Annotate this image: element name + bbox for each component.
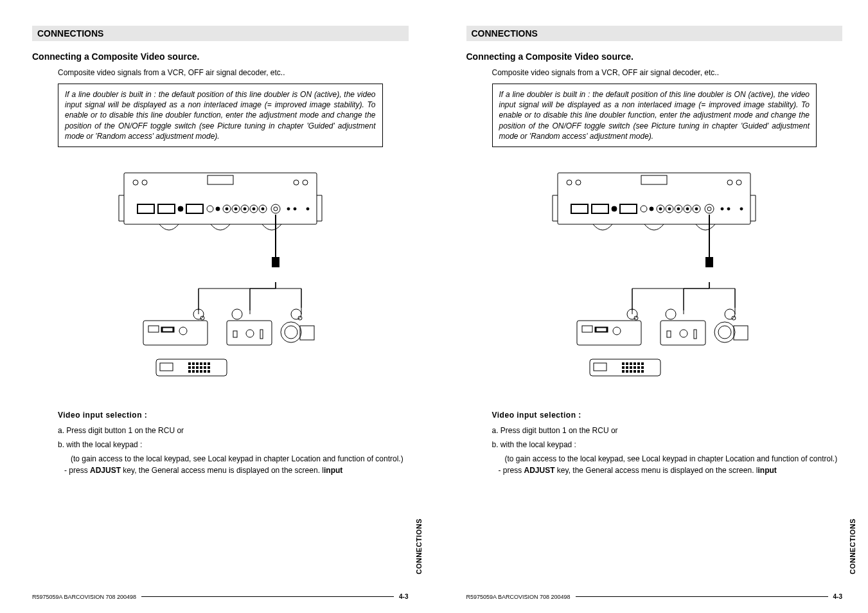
step-sub2-pre: - press [499,466,524,475]
input-bold: input [324,466,342,475]
subheading: Connecting a Composite Video source. [466,51,843,62]
step-b: b. with the local keypad : [492,440,843,449]
svg-point-4 [303,180,308,185]
svg-rect-133 [633,370,636,373]
svg-rect-12 [187,205,202,213]
step-a: a. Press digit button 1 on the RCU or [492,426,843,435]
svg-rect-47 [300,326,314,340]
svg-rect-100 [582,326,592,332]
svg-point-109 [680,330,687,337]
vertical-section-label: CONNECTIONS [415,519,423,574]
step-sub-adjust: - press ADJUST key, the General access m… [64,466,409,475]
svg-rect-9 [159,205,174,213]
step-sub2-mid: key, the General access menu is displaye… [555,466,758,475]
svg-rect-60 [204,366,206,369]
note-box: If a line doubler is built in : the defa… [492,84,817,147]
svg-rect-0 [124,173,317,224]
page-right: CONNECTIONS Connecting a Composite Video… [434,0,869,613]
svg-rect-99 [577,321,641,345]
svg-point-107 [666,309,676,319]
svg-point-46 [285,326,297,339]
subheading: Connecting a Composite Video source. [32,51,409,62]
svg-point-82 [650,207,653,211]
footer-page-number: 4-3 [833,593,842,600]
svg-rect-30 [272,258,279,267]
svg-point-13 [207,206,213,212]
svg-rect-54 [204,362,206,365]
svg-rect-73 [641,175,667,184]
svg-point-91 [686,208,689,210]
header-bar: CONNECTIONS [32,26,409,41]
svg-rect-115 [734,326,748,340]
svg-rect-127 [633,366,636,369]
footer-rule [141,596,394,597]
svg-rect-67 [208,370,210,373]
step-sub-note: (to gain access to the local keypad, see… [505,454,843,463]
svg-point-1 [133,180,138,185]
step-b: b. with the local keypad : [58,440,409,449]
svg-rect-56 [188,366,191,369]
svg-rect-62 [188,370,191,373]
svg-point-10 [178,206,183,211]
svg-point-81 [641,206,647,212]
svg-point-78 [612,206,617,211]
svg-rect-80 [621,205,636,213]
note-box: If a line doubler is built in : the defa… [58,84,383,147]
footer-rule [576,596,828,597]
figure-wrap [32,166,409,398]
svg-rect-126 [630,366,632,369]
svg-point-2 [142,180,147,185]
svg-rect-130 [622,370,624,373]
svg-point-21 [235,208,237,210]
svg-rect-98 [706,258,713,267]
footer: R5975059A BARCOVISION 708 200498 4-3 [466,593,843,600]
svg-rect-134 [637,370,640,373]
svg-point-88 [659,208,662,210]
header-bar: CONNECTIONS [466,26,843,41]
svg-rect-31 [143,321,208,345]
svg-point-114 [718,326,731,339]
svg-point-103 [613,327,621,335]
footer-page-number: 4-3 [399,593,408,600]
svg-point-29 [306,208,309,210]
video-input-selection-label: Video input selection : [492,411,843,420]
svg-rect-5 [208,175,233,184]
footer-doc-id: R5975059A BARCOVISION 708 200498 [32,594,136,600]
svg-rect-58 [196,366,199,369]
svg-point-43 [291,309,301,319]
svg-point-45 [281,322,301,342]
svg-point-20 [226,208,228,210]
footer-doc-id: R5975059A BARCOVISION 708 200498 [466,594,571,600]
svg-point-39 [232,309,242,319]
svg-rect-102 [596,328,607,332]
svg-point-92 [695,208,698,210]
svg-point-41 [246,330,254,337]
adjust-key-label: ADJUST [524,466,555,475]
svg-rect-66 [204,370,206,373]
step-sub2-mid: key, the General access menu is displaye… [121,466,324,475]
svg-rect-61 [208,366,210,369]
svg-rect-118 [622,362,624,365]
svg-rect-120 [630,362,632,365]
svg-rect-124 [622,366,624,369]
svg-point-22 [244,208,246,210]
svg-point-70 [576,180,581,185]
intro-text: Composite video signals from a VCR, OFF … [492,68,843,77]
svg-rect-122 [637,362,640,365]
svg-rect-7 [138,205,154,213]
svg-rect-125 [626,366,628,369]
svg-rect-128 [637,366,640,369]
intro-text: Composite video signals from a VCR, OFF … [58,68,409,77]
svg-rect-108 [667,331,671,337]
svg-rect-50 [188,362,191,365]
svg-point-113 [714,322,735,342]
svg-point-90 [677,208,680,210]
svg-point-89 [668,208,671,210]
svg-point-94 [707,207,711,211]
svg-rect-48 [156,359,227,376]
svg-rect-121 [633,362,636,365]
svg-rect-68 [558,173,750,224]
figure-wrap [466,166,843,398]
svg-rect-59 [200,366,202,369]
svg-rect-34 [163,328,173,332]
